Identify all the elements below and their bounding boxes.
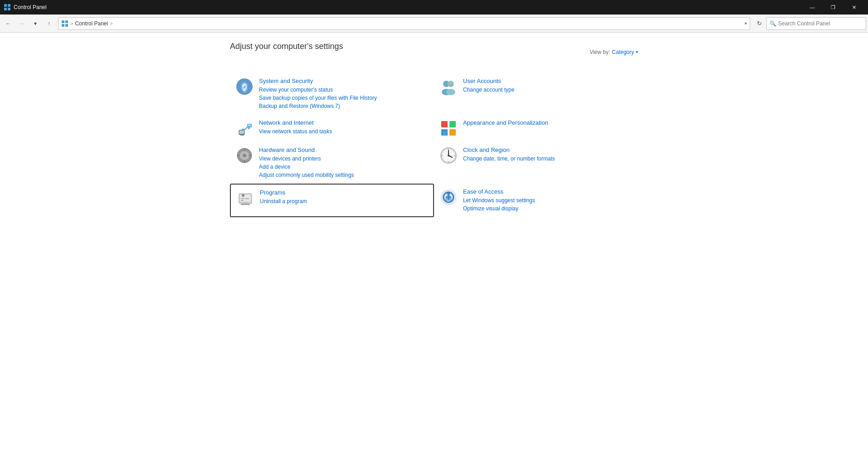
appearance-content: Appearance and Personalization <box>463 119 633 127</box>
window-title: Control Panel <box>14 4 47 10</box>
ease-access-title[interactable]: Ease of Access <box>463 188 633 195</box>
svg-rect-47 <box>243 203 248 204</box>
system-security-icon: ✓ <box>235 78 254 96</box>
user-accounts-title[interactable]: User Accounts <box>463 78 633 84</box>
svg-rect-23 <box>449 129 456 136</box>
view-by-container: View by: Category ▾ <box>590 49 638 55</box>
maximize-button[interactable]: ❐ <box>823 0 844 15</box>
hardware-sound-link-3[interactable]: Adjust commonly used mobility settings <box>259 171 429 179</box>
category-appearance[interactable]: Appearance and Personalization <box>434 115 638 142</box>
hardware-sound-link-2[interactable]: Add a device <box>259 163 429 171</box>
svg-rect-44 <box>241 198 244 199</box>
up-button[interactable]: ↑ <box>43 17 55 30</box>
svg-rect-7 <box>65 24 68 27</box>
svg-point-39 <box>442 155 443 156</box>
network-internet-content: Network and Internet View network status… <box>259 119 429 136</box>
svg-rect-31 <box>249 155 252 156</box>
search-input[interactable] <box>778 20 863 27</box>
svg-rect-46 <box>241 200 244 201</box>
svg-rect-48 <box>241 204 250 205</box>
svg-rect-18 <box>248 124 251 127</box>
main-content: Adjust your computer's settings View by:… <box>0 33 868 472</box>
title-bar-left: Control Panel <box>4 4 47 11</box>
svg-rect-29 <box>244 160 245 163</box>
system-security-link-1[interactable]: Review your computer's status <box>259 86 429 94</box>
network-internet-link-1[interactable]: View network status and tasks <box>259 127 429 136</box>
hardware-sound-title[interactable]: Hardware and Sound <box>259 146 429 153</box>
svg-point-40 <box>454 155 456 156</box>
svg-rect-2 <box>4 8 7 10</box>
dropdown-history-button[interactable]: ▾ <box>29 17 42 30</box>
system-security-link-3[interactable]: Backup and Restore (Windows 7) <box>259 102 429 110</box>
address-path: Control Panel <box>75 20 108 27</box>
system-security-link-2[interactable]: Save backup copies of your files with Fi… <box>259 94 429 102</box>
network-internet-icon <box>235 119 254 137</box>
svg-rect-24 <box>443 132 446 135</box>
address-separator: > <box>70 21 73 26</box>
svg-rect-15 <box>239 131 244 134</box>
category-clock-region[interactable]: Clock and Region Change date, time, or n… <box>434 142 638 184</box>
svg-rect-4 <box>62 20 64 23</box>
svg-rect-0 <box>4 4 7 7</box>
refresh-button[interactable]: ↻ <box>753 17 766 30</box>
user-accounts-icon <box>439 78 458 96</box>
address-bar-icon <box>61 20 68 27</box>
window-controls: — ❐ ✕ <box>802 0 864 15</box>
category-system-security[interactable]: ✓ System and Security Review your comput… <box>230 73 434 115</box>
svg-rect-45 <box>245 198 249 199</box>
svg-rect-30 <box>237 155 240 156</box>
programs-content: Programs Uninstall a program <box>260 189 428 205</box>
programs-icon <box>236 189 254 207</box>
appearance-icon <box>439 119 458 137</box>
category-programs[interactable]: Programs Uninstall a program <box>230 184 434 217</box>
viewby-chevron-icon[interactable]: ▾ <box>636 49 638 54</box>
category-network-internet[interactable]: Network and Internet View network status… <box>230 115 434 142</box>
clock-region-link-1[interactable]: Change date, time, or number formats <box>463 155 633 163</box>
system-security-title[interactable]: System and Security <box>259 78 429 84</box>
ease-access-content: Ease of Access Let Windows suggest setti… <box>463 188 633 213</box>
ease-access-link-1[interactable]: Let Windows suggest settings <box>463 196 633 204</box>
viewby-label: View by: <box>590 49 610 55</box>
viewby-value[interactable]: Category <box>612 49 634 55</box>
category-ease-access[interactable]: Ease of Access Let Windows suggest setti… <box>434 184 638 217</box>
minimize-button[interactable]: — <box>802 0 823 15</box>
hardware-sound-link-1[interactable]: View devices and printers <box>259 155 429 163</box>
hardware-sound-content: Hardware and Sound View devices and prin… <box>259 146 429 179</box>
programs-title[interactable]: Programs <box>260 189 428 196</box>
svg-point-13 <box>446 89 455 95</box>
network-internet-title[interactable]: Network and Internet <box>259 119 429 126</box>
clock-region-title[interactable]: Clock and Region <box>463 146 633 153</box>
back-button[interactable]: ← <box>2 17 15 30</box>
ease-access-link-2[interactable]: Optimize visual display <box>463 204 633 213</box>
search-icon: 🔍 <box>770 20 776 27</box>
appearance-title[interactable]: Appearance and Personalization <box>463 119 633 126</box>
svg-point-51 <box>447 192 450 195</box>
system-security-content: System and Security Review your computer… <box>259 78 429 110</box>
control-panel-title-icon <box>4 4 11 11</box>
address-bar[interactable]: > Control Panel > ▾ <box>58 17 750 30</box>
programs-link-1[interactable]: Uninstall a program <box>260 197 428 205</box>
svg-rect-1 <box>8 4 10 7</box>
category-user-accounts[interactable]: User Accounts Change account type <box>434 73 638 115</box>
svg-rect-3 <box>8 8 10 10</box>
svg-rect-21 <box>449 121 456 127</box>
categories-grid: ✓ System and Security Review your comput… <box>230 73 638 217</box>
address-dropdown-icon: ▾ <box>745 21 747 26</box>
svg-point-36 <box>448 155 449 156</box>
user-accounts-link-1[interactable]: Change account type <box>463 86 633 94</box>
page-title: Adjust your computer's settings <box>230 42 343 51</box>
svg-point-19 <box>248 127 250 129</box>
category-hardware-sound[interactable]: Hardware and Sound View devices and prin… <box>230 142 434 184</box>
header-row: Adjust your computer's settings View by:… <box>230 42 638 62</box>
forward-button[interactable]: → <box>15 17 28 30</box>
svg-point-43 <box>242 194 244 197</box>
navigation-bar: ← → ▾ ↑ > Control Panel > ▾ ↻ 🔍 <box>0 15 868 33</box>
close-button[interactable]: ✕ <box>844 0 864 15</box>
svg-rect-28 <box>244 148 245 151</box>
search-box[interactable]: 🔍 <box>766 17 866 30</box>
svg-text:✓: ✓ <box>243 85 246 90</box>
title-bar: Control Panel — ❐ ✕ <box>0 0 868 15</box>
clock-region-content: Clock and Region Change date, time, or n… <box>463 146 633 163</box>
ease-access-icon <box>439 188 458 206</box>
user-accounts-content: User Accounts Change account type <box>463 78 633 94</box>
